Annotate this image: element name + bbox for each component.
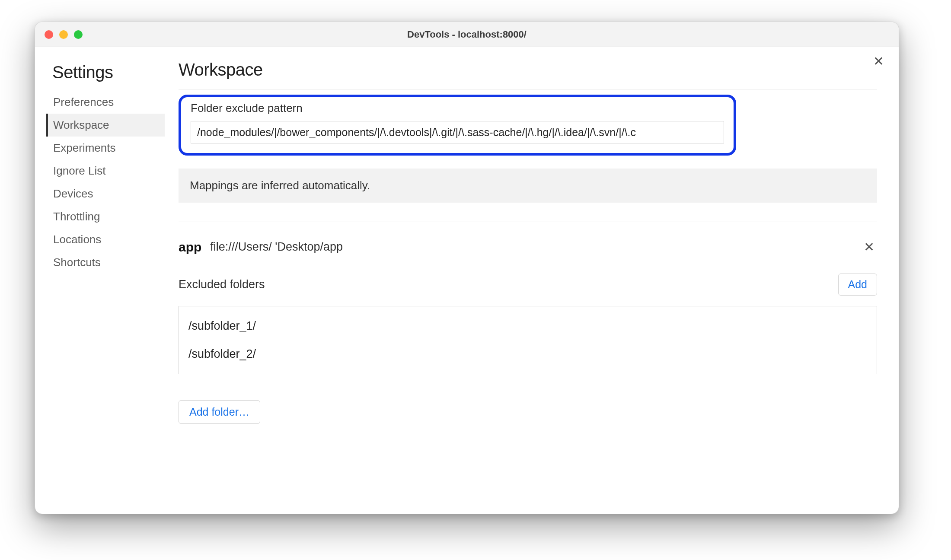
sidebar-item-ignore-list[interactable]: Ignore List — [46, 159, 165, 182]
settings-sidebar: Settings Preferences Workspace Experimen… — [48, 60, 165, 501]
sidebar-item-shortcuts[interactable]: Shortcuts — [46, 251, 165, 274]
sidebar-item-experiments[interactable]: Experiments — [46, 137, 165, 159]
window-minimize-icon[interactable] — [59, 30, 68, 39]
excluded-folders-list: /subfolder_1/ /subfolder_2/ — [179, 306, 877, 374]
workspace-folder-row: app file:///Users/ 'Desktop/app ✕ — [179, 239, 877, 255]
folder-exclude-pattern-group: Folder exclude pattern — [179, 95, 736, 156]
window-traffic-lights — [45, 30, 83, 39]
mappings-info-banner: Mappings are inferred automatically. — [179, 169, 877, 203]
settings-content: ✕ Settings Preferences Workspace Experim… — [35, 47, 899, 514]
excluded-folders-label: Excluded folders — [179, 278, 265, 291]
settings-sidebar-title: Settings — [48, 63, 165, 91]
sidebar-item-workspace[interactable]: Workspace — [46, 114, 165, 137]
excluded-folders-header: Excluded folders Add — [179, 274, 877, 296]
workspace-folder-path: file:///Users/ 'Desktop/app — [210, 240, 852, 254]
sidebar-item-label: Devices — [53, 187, 93, 200]
section-divider — [179, 222, 877, 222]
devtools-window: DevTools - localhost:8000/ ✕ Settings Pr… — [35, 22, 899, 514]
window-zoom-icon[interactable] — [74, 30, 83, 39]
window-title: DevTools - localhost:8000/ — [407, 29, 527, 40]
panel-title: Workspace — [179, 60, 877, 89]
folder-exclude-pattern-label: Folder exclude pattern — [191, 102, 724, 115]
add-folder-button[interactable]: Add folder… — [179, 400, 260, 424]
sidebar-item-label: Experiments — [53, 141, 116, 154]
window-titlebar: DevTools - localhost:8000/ — [35, 22, 899, 47]
sidebar-item-label: Ignore List — [53, 164, 105, 177]
window-close-icon[interactable] — [45, 30, 53, 39]
sidebar-item-devices[interactable]: Devices — [46, 182, 165, 205]
excluded-folder-item[interactable]: /subfolder_1/ — [188, 316, 867, 336]
add-folder-row: Add folder… — [179, 400, 877, 424]
sidebar-item-locations[interactable]: Locations — [46, 228, 165, 251]
add-excluded-folder-button[interactable]: Add — [838, 274, 877, 296]
sidebar-item-throttling[interactable]: Throttling — [46, 205, 165, 228]
workspace-panel: Workspace Folder exclude pattern Mapping… — [165, 60, 881, 501]
remove-folder-icon[interactable]: ✕ — [861, 239, 877, 255]
sidebar-item-label: Throttling — [53, 210, 100, 223]
sidebar-item-label: Shortcuts — [53, 256, 101, 269]
sidebar-item-label: Workspace — [53, 118, 109, 131]
excluded-folder-item[interactable]: /subfolder_2/ — [188, 344, 867, 364]
sidebar-item-label: Preferences — [53, 95, 114, 108]
workspace-folder-name: app — [179, 240, 201, 255]
settings-close-icon[interactable]: ✕ — [873, 55, 884, 68]
sidebar-item-label: Locations — [53, 233, 101, 246]
folder-exclude-pattern-input[interactable] — [191, 121, 724, 143]
sidebar-item-preferences[interactable]: Preferences — [46, 91, 165, 114]
